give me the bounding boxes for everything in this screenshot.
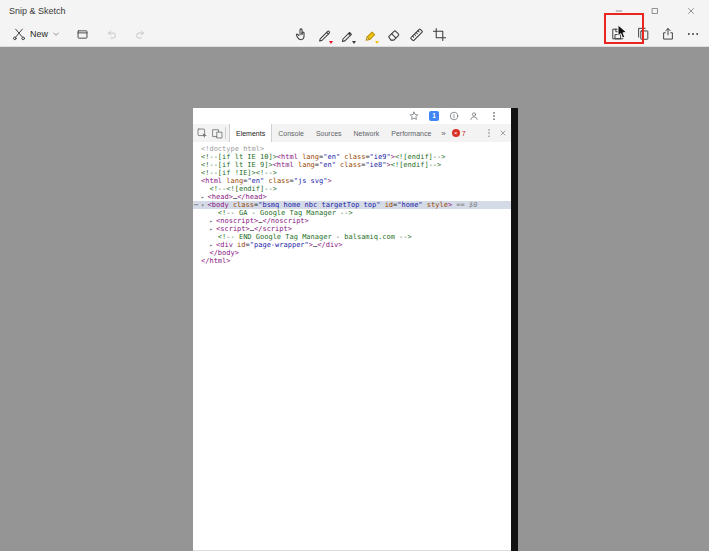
page-scrollbar-strip bbox=[511, 108, 518, 551]
ballpoint-pen-tool-button[interactable] bbox=[314, 23, 335, 45]
close-icon bbox=[686, 6, 696, 16]
code-line: <!-- GA - Google Tag Manager --> bbox=[193, 209, 511, 217]
code-line: <!--<![endif]--> bbox=[193, 185, 511, 193]
new-button-label: New bbox=[30, 29, 48, 39]
ruler-tool-button[interactable] bbox=[406, 23, 427, 45]
code-line: <!-- END Google Tag Manager - balsamiq.c… bbox=[193, 233, 511, 241]
code-line: <!doctype html> bbox=[193, 145, 511, 153]
app-title: Snip & Sketch bbox=[0, 6, 66, 16]
chevron-down-icon bbox=[52, 30, 60, 38]
more-button[interactable] bbox=[681, 23, 705, 45]
share-button[interactable] bbox=[656, 23, 680, 45]
snip-image[interactable]: 1 ElementsConsoleSourcesNetworkPerforman… bbox=[193, 108, 518, 551]
browser-icon-strip: 1 bbox=[193, 108, 511, 125]
close-icon bbox=[499, 129, 507, 137]
window-mode-button[interactable] bbox=[71, 23, 93, 45]
highlighter-tool-button[interactable] bbox=[360, 23, 381, 45]
devtools-code: <!doctype html><!--[if lt IE 10]><html l… bbox=[193, 142, 511, 551]
devtools-tabbar-tabs: ElementsConsoleSourcesNetworkPerformance bbox=[229, 124, 437, 142]
toolbar-left: New bbox=[8, 22, 151, 46]
code-line: ⋯▾<body class="bsmq home nbc targetTop t… bbox=[193, 201, 511, 209]
devtools-tabbar-right bbox=[484, 128, 511, 138]
code-line: </html> bbox=[193, 257, 511, 265]
pencil-tool-button[interactable] bbox=[337, 23, 358, 45]
ballpoint-pen-icon bbox=[317, 27, 332, 42]
new-button[interactable]: New bbox=[8, 23, 64, 45]
chevron-down-icon bbox=[329, 41, 333, 44]
devtools-tab-console: Console bbox=[272, 124, 310, 142]
touch-writing-tool-button[interactable] bbox=[291, 23, 312, 45]
snip-and-sketch-window: { "titlebar": { "title": "Snip & Sketch"… bbox=[0, 0, 709, 551]
devtools-tab-elements: Elements bbox=[229, 124, 272, 142]
tool-group bbox=[291, 22, 450, 46]
chevron-down-icon bbox=[375, 41, 379, 44]
error-count: 7 bbox=[462, 130, 466, 137]
menu-dots-icon bbox=[484, 128, 494, 138]
crop-icon bbox=[432, 27, 447, 42]
console-error-badge: × 7 bbox=[452, 129, 466, 137]
maximize-icon bbox=[650, 6, 660, 16]
share-icon bbox=[661, 27, 675, 41]
chevron-down-icon bbox=[352, 41, 356, 44]
divider bbox=[225, 127, 226, 139]
devtools-tab-performance: Performance bbox=[385, 124, 437, 142]
code-line: </body> bbox=[193, 249, 511, 257]
extension-badge: 1 bbox=[429, 111, 439, 121]
error-icon: × bbox=[452, 129, 460, 137]
device-toolbar-icon bbox=[212, 128, 223, 139]
info-icon bbox=[449, 111, 459, 121]
redo-icon bbox=[134, 28, 147, 41]
more-tabs-icon: » bbox=[437, 129, 449, 138]
code-line: <!--[if !IE]><!--> bbox=[193, 169, 511, 177]
more-icon bbox=[686, 27, 700, 41]
ruler-icon bbox=[409, 27, 424, 42]
code-line: <!--[if lt IE 9]><html lang="en" class="… bbox=[193, 161, 511, 169]
highlighter-icon bbox=[363, 27, 378, 42]
undo-icon bbox=[105, 28, 118, 41]
touch-writing-icon bbox=[294, 27, 309, 42]
expander-icon: ▾ bbox=[201, 201, 208, 209]
undo-button[interactable] bbox=[100, 23, 122, 45]
code-line: <!--[if lt IE 10]><html lang="en" class=… bbox=[193, 153, 511, 161]
menu-dots-icon bbox=[489, 111, 499, 121]
redo-button[interactable] bbox=[129, 23, 151, 45]
eraser-tool-button[interactable] bbox=[383, 23, 404, 45]
editing-canvas[interactable]: 1 ElementsConsoleSourcesNetworkPerforman… bbox=[0, 46, 709, 551]
expander-icon: ▸ bbox=[201, 193, 208, 201]
code-line: <html lang="en" class="js svg"> bbox=[193, 177, 511, 185]
titlebar: Snip & Sketch bbox=[0, 0, 709, 22]
window-mode-icon bbox=[76, 28, 89, 41]
code-line: ▸<script>…</script> bbox=[193, 225, 511, 233]
code-line: ▸<div id="page-wrapper">…</div> bbox=[193, 241, 511, 249]
code-line: ▸<noscript>…</noscript> bbox=[193, 217, 511, 225]
profile-icon bbox=[469, 111, 479, 121]
toolbar: New bbox=[0, 22, 709, 47]
star-icon bbox=[409, 111, 419, 121]
devtools-tab-sources: Sources bbox=[310, 124, 348, 142]
code-line: ▸<head>…</head> bbox=[193, 193, 511, 201]
eraser-icon bbox=[386, 27, 401, 42]
devtools-tab-network: Network bbox=[348, 124, 386, 142]
close-button[interactable] bbox=[673, 0, 709, 22]
new-snip-icon bbox=[12, 27, 26, 41]
inspect-icon bbox=[197, 128, 208, 139]
pencil-icon bbox=[340, 27, 355, 42]
devtools-tabbar: ElementsConsoleSourcesNetworkPerformance… bbox=[193, 124, 511, 143]
crop-tool-button[interactable] bbox=[429, 23, 450, 45]
cursor-icon bbox=[617, 24, 628, 40]
